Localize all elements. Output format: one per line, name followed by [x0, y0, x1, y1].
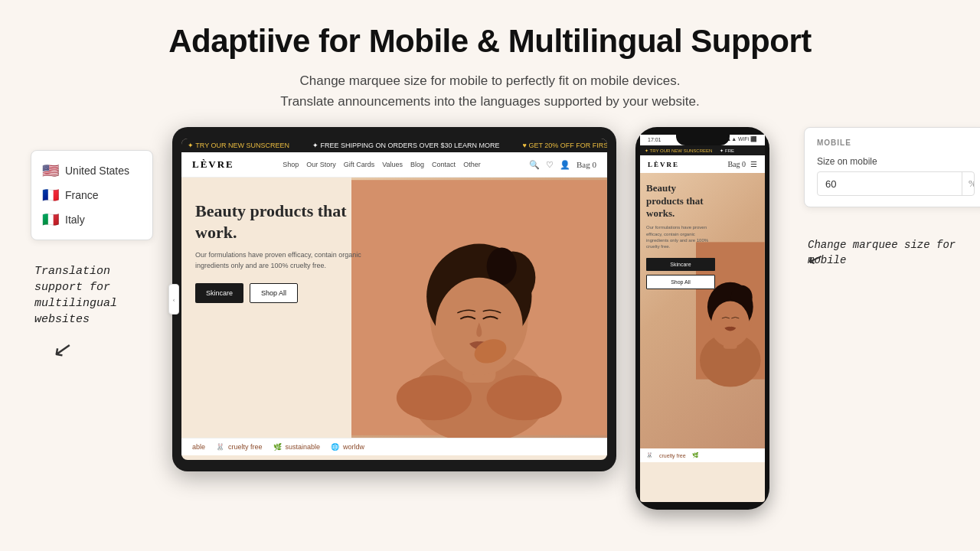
lang-item-fr[interactable]: 🇫🇷 France — [42, 183, 142, 207]
flag-it: 🇮🇹 — [42, 211, 59, 228]
tablet-skincare-button[interactable]: Skincare — [195, 283, 243, 303]
tablet-nav-icons: 🔍 ♡ 👤 Bag 0 — [529, 160, 596, 170]
tablet-shop-all-button[interactable]: Shop All — [250, 283, 298, 303]
bar-text-3: sustainable — [286, 443, 321, 451]
mobile-bottom-bar: 🐰 cruelty free 🌿 — [640, 448, 765, 462]
mobile-hero-text: Beauty products that works. Our formulat… — [640, 173, 721, 298]
hero-woman-svg — [351, 178, 607, 438]
left-panel: 🇺🇸 United States 🇫🇷 France 🇮🇹 Italy Tran… — [31, 150, 165, 362]
size-input[interactable] — [818, 178, 962, 190]
tablet-hero-image — [351, 178, 607, 438]
page-container: Adaptiive for Mobile & Multilingual Supp… — [0, 0, 980, 551]
subtitle-line2: Translate announcements into the languag… — [31, 91, 949, 112]
mobile-logo: LÈVRE — [648, 161, 679, 168]
mobile-signals: ▲▲ WiFi ⬛ — [726, 136, 757, 142]
nav-other[interactable]: Other — [463, 161, 481, 168]
mobile-nav-right: Bag 0 ☰ — [727, 160, 757, 168]
wishlist-icon[interactable]: ♡ — [546, 160, 554, 170]
tablet-hero-text: Beauty products that work. Our formulati… — [181, 178, 381, 438]
mobile-mockup: 17:01 ▲▲ WiFi ⬛ ✦ TRY OUR NEW SUNSCREEN … — [635, 127, 789, 510]
mobile-marquee-item1: ✦ TRY OUR NEW SUNSCREEN — [645, 148, 712, 153]
nav-story[interactable]: Our Story — [306, 161, 336, 168]
flag-us: 🇺🇸 — [42, 162, 59, 179]
mobile-notch — [676, 135, 730, 145]
nav-gifts[interactable]: Gift Cards — [344, 161, 375, 168]
tablet-hero-title: Beauty products that work. — [195, 201, 371, 243]
tablet-screen: ✦ TRY OUR NEW SUNSCREEN ✦ FREE SHIPPING … — [181, 139, 607, 460]
tablet-marquee-bar: ✦ TRY OUR NEW SUNSCREEN ✦ FREE SHIPPING … — [181, 139, 607, 152]
nav-values[interactable]: Values — [382, 161, 403, 168]
lang-label-fr: France — [65, 189, 99, 201]
mobile-menu-icon[interactable]: ☰ — [750, 160, 757, 168]
leaf-icon: 🌿 — [273, 443, 282, 451]
mobile-marquee-bar: ✦ TRY OUR NEW SUNSCREEN ✦ FRE — [640, 145, 765, 155]
lang-item-us[interactable]: 🇺🇸 United States — [42, 158, 142, 183]
mobile-rabbit-icon: 🐰 — [646, 452, 653, 458]
svg-point-17 — [711, 302, 750, 347]
arrow-down-icon: ↙ — [51, 334, 75, 364]
marquee-item-3: ♥ GET 20% OFF FOR FIRST ORDER WITH CODE … — [523, 142, 607, 149]
mobile-shop-all-button[interactable]: Shop All — [646, 275, 715, 289]
widget-unit: % — [962, 172, 975, 195]
tablet-hero-desc: Our formulations have proven efficacy, c… — [195, 250, 371, 271]
bar-item-1: able — [192, 443, 205, 451]
mobile-hero-title: Beauty products that works. — [646, 182, 715, 220]
marquee-item-2: ✦ FREE SHIPPING ON ORDERS OVER $30 LEARN… — [312, 142, 500, 149]
mobile-hero-desc: Our formulations have proven efficacy, c… — [646, 224, 715, 250]
rabbit-icon: 🐰 — [216, 443, 224, 451]
mobile-settings-widget: MOBILE Size on mobile % ▲ ▼ — [804, 127, 980, 207]
tablet-hero: Beauty products that work. Our formulati… — [181, 178, 607, 438]
bar-item-2: 🐰 cruelty free — [216, 443, 263, 451]
lang-item-it[interactable]: 🇮🇹 Italy — [42, 207, 142, 232]
subtitle-block: Change marquee size for mobile to perfec… — [31, 70, 949, 112]
lang-label-it: Italy — [65, 214, 85, 226]
tablet-nav-links: Shop Our Story Gift Cards Values Blog Co… — [283, 161, 480, 168]
tablet-bottom-bar: able 🐰 cruelty free 🌿 sustainable 🌐 — [181, 438, 607, 455]
tablet-navbar: LÈVRE Shop Our Story Gift Cards Values B… — [181, 152, 607, 178]
nav-shop[interactable]: Shop — [283, 161, 299, 168]
tablet-mockup: ‹ ✦ TRY OUR NEW SUNSCREEN ✦ FREE SHIPPIN… — [172, 127, 616, 471]
mobile-hero: Beauty products that works. Our formulat… — [640, 173, 765, 448]
tablet-frame: ‹ ✦ TRY OUR NEW SUNSCREEN ✦ FREE SHIPPIN… — [172, 127, 616, 471]
tablet-logo: LÈVRE — [192, 158, 234, 171]
svg-point-6 — [487, 248, 517, 285]
bar-item-3: 🌿 sustainable — [273, 443, 321, 451]
mobile-frame: 17:01 ▲▲ WiFi ⬛ ✦ TRY OUR NEW SUNSCREEN … — [635, 127, 769, 510]
widget-input-row: % ▲ ▼ — [817, 171, 975, 196]
search-icon[interactable]: 🔍 — [529, 160, 540, 170]
right-panel: MOBILE Size on mobile % ▲ ▼ Change marqu… — [804, 127, 980, 293]
svg-point-10 — [487, 376, 562, 421]
bar-text-2: cruelty free — [228, 443, 263, 451]
marquee-item-1: ✦ TRY OUR NEW SUNSCREEN — [188, 142, 289, 149]
bar-text-1: able — [192, 443, 205, 451]
globe-icon: 🌐 — [331, 443, 339, 451]
account-icon[interactable]: 👤 — [560, 160, 570, 170]
mobile-leaf-icon: 🌿 — [692, 452, 699, 458]
bar-item-4: 🌐 worldw — [331, 443, 364, 451]
bar-text-4: worldw — [343, 443, 364, 451]
mobile-cruelty-text: cruelty free — [659, 453, 686, 458]
tablet-sidebar-toggle[interactable]: ‹ — [168, 284, 179, 315]
translation-note: Translation support for multilingual web… — [34, 263, 149, 328]
widget-section-label: MOBILE — [817, 139, 975, 147]
content-area: 🇺🇸 United States 🇫🇷 France 🇮🇹 Italy Tran… — [31, 127, 949, 510]
mobile-time: 17:01 — [648, 137, 662, 142]
bag-icon[interactable]: Bag 0 — [577, 160, 596, 170]
mobile-navbar: LÈVRE Bag 0 ☰ — [640, 155, 765, 173]
subtitle-line1: Change marquee size for mobile to perfec… — [31, 70, 949, 91]
mobile-size-note-area: Change marquee size for mobile ↙ — [804, 230, 961, 293]
mobile-marquee-item2: ✦ FRE — [720, 148, 734, 153]
language-selector-box[interactable]: 🇺🇸 United States 🇫🇷 France 🇮🇹 Italy — [31, 150, 153, 240]
tablet-hero-buttons: Skincare Shop All — [195, 283, 371, 303]
svg-point-9 — [397, 376, 472, 421]
mobile-screen: 17:01 ▲▲ WiFi ⬛ ✦ TRY OUR NEW SUNSCREEN … — [640, 135, 765, 502]
mobile-hero-buttons: Skincare Shop All — [646, 258, 715, 289]
nav-contact[interactable]: Contact — [432, 161, 456, 168]
flag-fr: 🇫🇷 — [42, 187, 59, 204]
page-title: Adaptiive for Mobile & Multilingual Supp… — [31, 23, 949, 60]
nav-blog[interactable]: Blog — [410, 161, 424, 168]
mobile-skincare-button[interactable]: Skincare — [646, 258, 715, 271]
mobile-bag-label[interactable]: Bag 0 — [727, 160, 746, 168]
lang-label-us: United States — [65, 165, 129, 177]
widget-field-label: Size on mobile — [817, 156, 975, 167]
